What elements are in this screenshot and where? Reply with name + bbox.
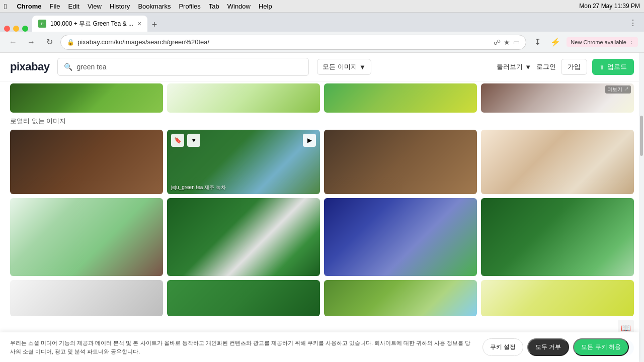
menu-file[interactable]: File bbox=[50, 3, 60, 10]
top-image-2[interactable] bbox=[167, 83, 320, 113]
upload-icon: ⇧ bbox=[599, 63, 605, 71]
minimize-window-button[interactable] bbox=[13, 26, 19, 32]
lock-icon: 🔒 bbox=[67, 39, 74, 46]
bookmark-overlay-button[interactable]: 🔖 bbox=[171, 134, 184, 147]
heart-overlay-button[interactable]: ♥ bbox=[187, 134, 200, 147]
address-input[interactable]: 🔒 pixabay.com/ko/images/search/green%20t… bbox=[60, 35, 526, 50]
url-display: pixabay.com/ko/images/search/green%20tea… bbox=[77, 38, 491, 46]
top-image-1[interactable] bbox=[10, 83, 163, 113]
tab-title: 100,000 + 무료 Green Tea & ... bbox=[50, 20, 133, 28]
back-button[interactable]: ← bbox=[6, 35, 20, 49]
tab-close-button[interactable]: × bbox=[137, 20, 141, 28]
menu-chrome[interactable]: Chrome bbox=[17, 3, 41, 10]
menu-window[interactable]: Window bbox=[227, 3, 251, 10]
filter-label: 모든 이미지 bbox=[323, 62, 357, 71]
menu-history[interactable]: History bbox=[110, 3, 130, 10]
cookie-reject-button[interactable]: 모두 거부 bbox=[527, 338, 569, 356]
menu-time: Mon 27 May 11:39 PM bbox=[579, 3, 640, 10]
image-card-12[interactable] bbox=[481, 280, 634, 316]
pip-icon: ☍ bbox=[494, 38, 501, 46]
cookie-buttons: 쿠키 설정 모두 거부 모든 쿠키 허용 bbox=[482, 338, 629, 356]
tab-bar: P 100,000 + 무료 Green Tea & ... × + ⋮ bbox=[0, 13, 644, 32]
apple-menu[interactable]:  bbox=[4, 2, 7, 11]
new-tab-button[interactable]: + bbox=[147, 18, 162, 32]
reload-button[interactable]: ↻ bbox=[42, 35, 56, 49]
bookmark-star-icon[interactable]: ★ bbox=[504, 38, 510, 46]
download-button[interactable]: ↧ bbox=[530, 35, 544, 49]
overlay-icons: 🔖 ♥ bbox=[171, 134, 200, 147]
active-tab[interactable]: P 100,000 + 무료 Green Tea & ... × bbox=[32, 16, 147, 32]
image-card-1[interactable] bbox=[10, 130, 163, 194]
image-grid-row2 bbox=[10, 198, 634, 276]
tab-favicon: P bbox=[38, 20, 46, 28]
search-value: green tea bbox=[76, 63, 106, 71]
menu-edit[interactable]: Edit bbox=[68, 3, 79, 10]
image-card-4[interactable] bbox=[481, 130, 634, 194]
cookie-accept-button[interactable]: 모든 쿠키 허용 bbox=[573, 338, 629, 356]
pixabay-logo[interactable]: pixabay bbox=[10, 60, 49, 73]
address-bar: ← → ↻ 🔒 pixabay.com/ko/images/search/gre… bbox=[0, 32, 644, 53]
new-chrome-close-icon[interactable]: ⋮ bbox=[628, 39, 634, 45]
more-label: 더보기 ↗ bbox=[605, 85, 631, 94]
top-image-3[interactable] bbox=[324, 83, 477, 113]
image-card-11[interactable] bbox=[324, 280, 477, 316]
menu-bookmarks[interactable]: Bookmarks bbox=[138, 3, 171, 10]
search-icon: 🔍 bbox=[64, 63, 72, 71]
camera-overlay-button[interactable]: ▶ bbox=[303, 134, 316, 147]
image-card-2[interactable]: 🔖 ♥ ▶ jeju_green tea 제주 녹차 bbox=[167, 130, 320, 194]
search-box[interactable]: 🔍 green tea bbox=[57, 58, 309, 76]
menu-view[interactable]: View bbox=[88, 3, 102, 10]
address-right-icons: ☍ ★ ▭ bbox=[494, 38, 520, 46]
upload-label: 업로드 bbox=[607, 62, 627, 71]
cookie-text: 우리는 소셜 미디어 기능의 제공과 데이터 분석 및 본 사이트가 올바로 동… bbox=[10, 339, 474, 355]
image-card-9[interactable] bbox=[10, 280, 163, 316]
menu-help[interactable]: Help bbox=[259, 3, 272, 10]
image-section: 로열티 없는 이미지 🔖 ♥ ▶ jeju_green tea 제주 녹차 bbox=[0, 113, 644, 316]
chevron-down-icon: ▼ bbox=[359, 63, 366, 71]
pixabay-header: pixabay 🔍 green tea 모든 이미지 ▼ 둘러보기 ▼ 로그인 … bbox=[0, 53, 644, 81]
image-card-10[interactable] bbox=[167, 280, 320, 316]
menu-tab[interactable]: Tab bbox=[209, 3, 219, 10]
scroll-thumb[interactable] bbox=[640, 116, 643, 156]
image-caption: jeju_green tea 제주 녹차 bbox=[171, 184, 226, 191]
forward-button[interactable]: → bbox=[24, 35, 38, 49]
explore-chevron-icon: ▼ bbox=[525, 63, 531, 71]
top-images-row: 더보기 ↗ bbox=[0, 83, 644, 113]
chrome-menu-button[interactable]: ⋮ bbox=[626, 16, 640, 30]
window-controls-area bbox=[4, 26, 32, 32]
image-card-6[interactable] bbox=[167, 198, 320, 276]
new-chrome-badge[interactable]: New Chrome available ⋮ bbox=[567, 37, 638, 47]
image-grid-row1: 🔖 ♥ ▶ jeju_green tea 제주 녹차 bbox=[10, 130, 634, 194]
chrome-window: P 100,000 + 무료 Green Tea & ... × + ⋮ ← →… bbox=[0, 13, 644, 362]
filter-dropdown[interactable]: 모든 이미지 ▼ bbox=[317, 59, 371, 75]
maximize-window-button[interactable] bbox=[22, 26, 28, 32]
menu-profiles[interactable]: Profiles bbox=[179, 3, 200, 10]
signup-button[interactable]: 가입 bbox=[561, 59, 587, 75]
close-window-button[interactable] bbox=[4, 26, 10, 32]
upload-button[interactable]: ⇧ 업로드 bbox=[592, 59, 634, 75]
image-card-7[interactable] bbox=[324, 198, 477, 276]
scrollbar[interactable] bbox=[639, 53, 644, 362]
image-grid-row3 bbox=[10, 280, 634, 316]
window-controls bbox=[4, 26, 28, 32]
menu-bar-right: Mon 27 May 11:39 PM bbox=[579, 3, 640, 10]
image-card-5[interactable] bbox=[10, 198, 163, 276]
cookie-banner: 우리는 소셜 미디어 기능의 제공과 데이터 분석 및 본 사이트가 올바로 동… bbox=[0, 332, 639, 362]
explore-button[interactable]: 둘러보기 ▼ bbox=[497, 62, 531, 71]
section-label: 로열티 없는 이미지 bbox=[10, 117, 634, 126]
login-button[interactable]: 로그인 bbox=[536, 62, 556, 71]
menu-bar:  Chrome File Edit View History Bookmark… bbox=[0, 0, 644, 13]
image-card-3[interactable] bbox=[324, 130, 477, 194]
header-right: 둘러보기 ▼ 로그인 가입 ⇧ 업로드 bbox=[497, 59, 634, 75]
explore-label: 둘러보기 bbox=[497, 62, 523, 71]
cast-icon[interactable]: ▭ bbox=[513, 38, 520, 46]
image-card-8[interactable] bbox=[481, 198, 634, 276]
page-content: pixabay 🔍 green tea 모든 이미지 ▼ 둘러보기 ▼ 로그인 … bbox=[0, 53, 644, 362]
extension-button[interactable]: ⚡ bbox=[548, 35, 562, 49]
cookie-settings-button[interactable]: 쿠키 설정 bbox=[482, 338, 523, 356]
top-image-4[interactable]: 더보기 ↗ bbox=[481, 83, 634, 113]
new-chrome-label: New Chrome available bbox=[571, 39, 626, 45]
